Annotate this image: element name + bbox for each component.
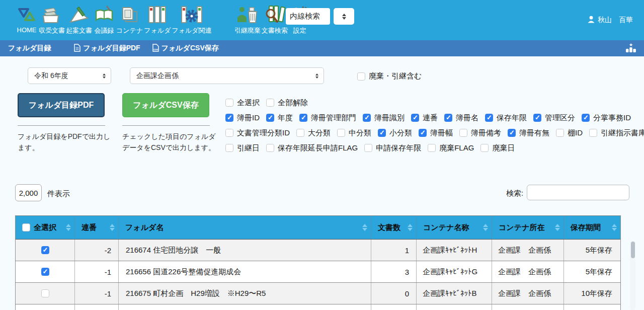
header-seq[interactable]: 連番 (75, 216, 119, 239)
subnav-folder-csv-link[interactable]: csv フォルダCSV保存 (152, 44, 219, 53)
fiscal-year-select[interactable]: 令和 6年度 (28, 67, 111, 84)
field-checkbox[interactable]: 簿冊識別 (363, 113, 405, 123)
field-checkbox-input[interactable] (337, 129, 345, 137)
deselect-all-input[interactable] (266, 99, 274, 107)
field-checkbox-input[interactable] (459, 129, 467, 137)
field-checkbox-label: 小分類 (389, 128, 412, 138)
field-checkbox[interactable]: 簿冊幅 (419, 128, 453, 138)
field-checkbox[interactable]: 廃棄日 (480, 143, 515, 153)
field-checkbox-input[interactable] (556, 129, 564, 137)
field-checkbox-input[interactable] (364, 144, 372, 152)
extension-select[interactable] (334, 8, 354, 25)
nav-label: 文書検索 (262, 26, 288, 35)
field-checkbox[interactable]: 簿冊有無 (508, 128, 549, 138)
nav-item-home[interactable]: HOME (16, 4, 38, 34)
field-checkbox[interactable]: 引継日 (225, 143, 260, 153)
field-checkbox[interactable]: 連番 (411, 113, 438, 123)
select-all-checkbox[interactable]: 全選択 (225, 98, 260, 108)
nav-item-doc-search[interactable]: 文書検索 (262, 4, 288, 35)
nav-item-folder[interactable]: フォルダ (144, 4, 171, 35)
subnav-folder-pdf-link[interactable]: フォルダ目録PDF (74, 44, 140, 53)
field-checkbox[interactable]: 廃棄FLAG (428, 143, 474, 153)
field-checkbox-input[interactable] (266, 114, 274, 122)
header-doc-count[interactable]: 文書数 (371, 216, 417, 239)
include-disposed-input[interactable] (357, 72, 365, 81)
header-container-location[interactable]: コンテナ所在 (492, 216, 564, 239)
header-container-name[interactable]: コンテナ名称 (417, 216, 492, 239)
nav-item-folder-related[interactable]: フォルダ関連 (172, 4, 211, 35)
field-checkbox-input[interactable] (589, 129, 597, 137)
field-checkbox-input[interactable] (411, 114, 419, 122)
scrollbar-thumb[interactable] (631, 242, 635, 258)
cell-doc-count: 1 (371, 240, 417, 261)
field-checkbox-input[interactable] (508, 129, 516, 137)
field-checkbox-input[interactable] (428, 144, 436, 152)
field-checkbox-input[interactable] (378, 129, 386, 137)
field-checkbox-input[interactable] (582, 114, 590, 122)
cell-seq: -1 (75, 261, 119, 282)
svg-text:csv: csv (153, 48, 158, 51)
field-checkbox-input[interactable] (299, 114, 307, 122)
header-retention[interactable]: 保存期間 (564, 216, 620, 239)
field-checkbox[interactable]: 引継指示書庫ID (589, 128, 644, 138)
field-checkbox-input[interactable] (225, 114, 233, 122)
vertical-scrollbar[interactable] (630, 241, 635, 310)
folder-list-pdf-button[interactable]: フォルダ目録PDF (18, 93, 105, 117)
field-checkbox[interactable]: 棚ID (556, 128, 583, 138)
field-checkbox[interactable]: 分掌事務ID (582, 113, 631, 123)
nav-item-transfer-disposal[interactable]: 引継廃棄 (234, 4, 261, 35)
nav-item-minutes[interactable]: 会議録 (93, 4, 115, 35)
field-checkbox[interactable]: 保存年限延長申請FLAG (266, 143, 358, 153)
binders-gear-icon (180, 4, 204, 26)
field-checkbox[interactable]: 申請保存年限 (364, 143, 421, 153)
extension-search-input[interactable] (286, 8, 330, 25)
sub-nav: フォルダ目録 フォルダ目録PDF csv フォルダCSV保存 ★ (0, 40, 644, 56)
field-checkbox-label: 簿冊管理部門 (311, 113, 356, 123)
field-checkbox-input[interactable] (419, 129, 427, 137)
field-checkbox[interactable]: 簿冊ID (225, 113, 260, 123)
ranking-podium-icon[interactable]: ★ (625, 42, 637, 56)
field-checkbox[interactable]: 保存年限 (485, 113, 527, 123)
section-select[interactable]: 企画課企画係 (130, 67, 324, 84)
field-checkbox-label: 簿冊名 (456, 113, 478, 123)
field-checkbox-input[interactable] (444, 114, 452, 122)
field-checkbox[interactable]: 簿冊名 (444, 113, 478, 123)
nav-item-draft-docs[interactable]: 起案文書 (66, 4, 92, 35)
header-select-all-checkbox[interactable] (22, 223, 30, 231)
field-checkbox-input[interactable] (296, 129, 304, 137)
cell-folder-name: 216674 住宅団地分譲 一般 (119, 240, 371, 261)
table-row-partial (16, 304, 620, 310)
user-menu[interactable]: 秋山 百華 (588, 16, 633, 25)
row-select-checkbox[interactable] (41, 268, 49, 276)
field-checkbox-input[interactable] (363, 114, 371, 122)
field-checkbox[interactable]: 簿冊管理部門 (299, 113, 356, 123)
field-checkbox-input[interactable] (225, 129, 233, 137)
field-checkbox[interactable]: 簿冊備考 (459, 128, 501, 138)
nav-label: フォルダ関連 (172, 26, 211, 35)
nav-item-received-docs[interactable]: 収受文書 (39, 4, 65, 35)
page-size-input[interactable] (15, 184, 42, 201)
field-checkbox-input[interactable] (485, 114, 493, 122)
deselect-all-checkbox[interactable]: 全部解除 (266, 98, 308, 108)
field-checkbox[interactable]: 管理区分 (533, 113, 575, 123)
header-select-all[interactable]: 全選択 (16, 216, 75, 239)
field-checkbox[interactable]: 年度 (266, 113, 293, 123)
field-checkbox-input[interactable] (266, 144, 274, 152)
nav-label: 収受文書 (39, 26, 65, 35)
field-checkbox[interactable]: 小分類 (378, 128, 412, 138)
field-checkbox-input[interactable] (225, 144, 233, 152)
row-select-checkbox[interactable] (41, 246, 49, 254)
select-all-input[interactable] (225, 99, 233, 107)
cell-doc-count: 3 (371, 261, 417, 282)
table-search-input[interactable] (527, 185, 629, 200)
header-folder-name[interactable]: フォルダ名 (119, 216, 371, 239)
field-checkbox[interactable]: 文書管理分類ID (225, 128, 290, 138)
field-checkbox-input[interactable] (533, 114, 541, 122)
field-checkbox-input[interactable] (480, 144, 489, 152)
folder-csv-save-button[interactable]: フォルダCSV保存 (122, 93, 209, 117)
nav-item-container[interactable]: コンテナ (116, 4, 143, 35)
row-select-checkbox[interactable] (41, 289, 49, 297)
field-checkbox[interactable]: 大分類 (296, 128, 331, 138)
field-checkbox[interactable]: 中分類 (337, 128, 371, 138)
include-disposed-checkbox[interactable]: 廃棄・引継含む (357, 71, 422, 81)
